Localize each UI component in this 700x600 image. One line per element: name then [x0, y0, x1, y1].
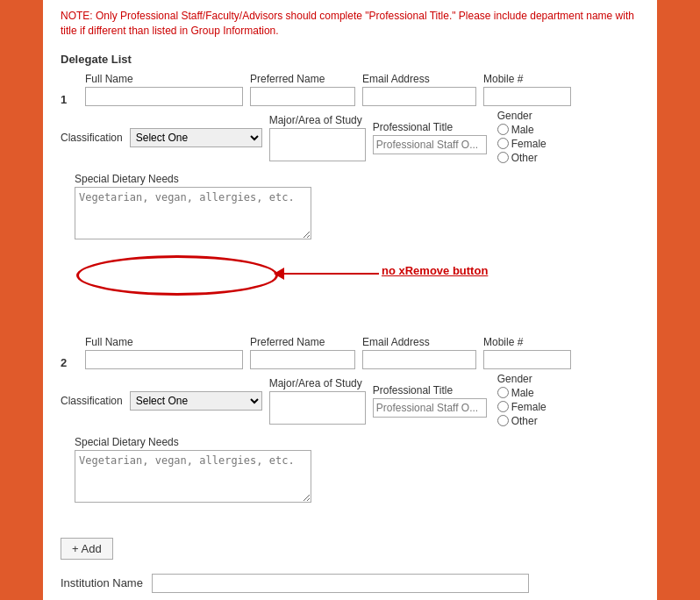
gender-female-radio-2[interactable] — [497, 401, 509, 412]
red-oval — [76, 255, 278, 296]
major-input-1[interactable] — [269, 128, 366, 161]
prof-title-group-1: Professional Title — [373, 121, 487, 154]
institution-label: Institution Name — [61, 576, 143, 589]
gender-male-option-1: Male — [497, 124, 546, 136]
gender-group-1: Gender Male Female Other — [497, 110, 546, 166]
gender-female-text-2: Female — [511, 401, 546, 413]
gender-male-radio-1[interactable] — [497, 124, 509, 135]
delegate-number-2: 2 — [61, 356, 75, 369]
delegate-list-label: Delegate List — [61, 53, 639, 66]
classification-select-1[interactable]: Select One Undergraduate Student Graduat… — [130, 128, 262, 147]
delegate-entry-2: 2 Full Name Preferred Name Email Address… — [61, 336, 639, 511]
major-group-1: Major/Area of Study — [269, 114, 366, 161]
gender-female-option-2: Female — [497, 401, 546, 413]
delegate-header-row-1: 1 Full Name Preferred Name Email Address… — [61, 73, 639, 106]
gender-male-text-2: Male — [511, 387, 534, 399]
full-name-label-1: Full Name — [85, 73, 243, 85]
preferred-name-input-2[interactable] — [250, 350, 355, 369]
email-group-2: Email Address — [362, 336, 476, 369]
dietary-row-1: Special Dietary Needs — [68, 173, 639, 239]
gender-group-2: Gender Male Female Other — [497, 373, 546, 429]
major-label-1: Major/Area of Study — [269, 114, 366, 126]
classification-label-2: Classification — [61, 395, 123, 407]
prof-title-input-2[interactable] — [373, 398, 487, 418]
mobile-group-1: Mobile # — [483, 73, 571, 106]
mobile-group-2: Mobile # — [483, 336, 571, 369]
delegate-number-1: 1 — [61, 93, 75, 106]
major-label-2: Major/Area of Study — [269, 377, 366, 389]
gender-other-option-1: Other — [497, 152, 546, 164]
email-input-2[interactable] — [362, 350, 476, 369]
note-text: NOTE: Only Professional Staff/Faculty/Ad… — [61, 9, 639, 39]
gender-label-2: Gender — [497, 373, 546, 385]
dietary-group-1: Special Dietary Needs — [75, 173, 311, 239]
prof-title-input-1[interactable] — [373, 135, 487, 154]
gender-other-text-2: Other — [511, 415, 538, 427]
institution-input[interactable] — [152, 574, 529, 593]
classification-label-1: Classification — [61, 132, 123, 144]
delegate-entry-1: 1 Full Name Preferred Name Email Address… — [61, 73, 639, 318]
annotation-text: no xRemove button — [382, 264, 488, 277]
prof-title-label-2: Professional Title — [373, 384, 487, 396]
email-label-2: Email Address — [362, 336, 476, 348]
dietary-textarea-1[interactable] — [75, 187, 311, 239]
mobile-label-1: Mobile # — [483, 73, 571, 85]
prof-title-group-2: Professional Title — [373, 384, 487, 418]
gender-male-text-1: Male — [511, 124, 534, 136]
gender-female-option-1: Female — [497, 138, 546, 150]
full-name-group-2: Full Name — [85, 336, 243, 369]
dietary-group-2: Special Dietary Needs — [75, 436, 311, 503]
annotation-area: no xRemove button — [68, 248, 639, 301]
institution-row: Institution Name — [61, 574, 639, 593]
preferred-name-group-1: Preferred Name — [250, 73, 355, 106]
email-input-1[interactable] — [362, 87, 476, 106]
full-name-group-1: Full Name — [85, 73, 243, 106]
email-group-1: Email Address — [362, 73, 476, 106]
full-name-label-2: Full Name — [85, 336, 243, 348]
mobile-label-2: Mobile # — [483, 336, 571, 348]
gender-other-radio-1[interactable] — [497, 152, 509, 163]
delegate-header-row-2: 2 Full Name Preferred Name Email Address… — [61, 336, 639, 369]
preferred-name-label-2: Preferred Name — [250, 336, 355, 348]
classification-select-2[interactable]: Select One Undergraduate Student Graduat… — [130, 391, 262, 411]
dietary-label-1: Special Dietary Needs — [75, 173, 311, 185]
preferred-name-group-2: Preferred Name — [250, 336, 355, 369]
major-input-2[interactable] — [269, 391, 366, 425]
classification-row-1: Classification Select One Undergraduate … — [61, 110, 639, 166]
gender-female-text-1: Female — [511, 138, 546, 150]
gender-label-1: Gender — [497, 110, 546, 122]
dietary-textarea-2[interactable] — [75, 450, 311, 503]
full-name-input-2[interactable] — [85, 350, 243, 369]
preferred-name-input-1[interactable] — [250, 87, 355, 106]
gender-female-radio-1[interactable] — [497, 138, 509, 149]
dietary-row-2: Special Dietary Needs — [68, 436, 639, 503]
gender-male-radio-2[interactable] — [497, 387, 509, 398]
preferred-name-label-1: Preferred Name — [250, 73, 355, 85]
classification-row-2: Classification Select One Undergraduate … — [61, 373, 639, 429]
gender-other-text-1: Other — [511, 152, 538, 164]
dietary-label-2: Special Dietary Needs — [75, 436, 311, 448]
full-name-input-1[interactable] — [85, 87, 243, 106]
gender-male-option-2: Male — [497, 387, 546, 399]
email-label-1: Email Address — [362, 73, 476, 85]
mobile-input-2[interactable] — [483, 350, 571, 369]
main-container: NOTE: Only Professional Staff/Faculty/Ad… — [43, 0, 657, 600]
arrow-line — [282, 273, 379, 275]
gender-other-option-2: Other — [497, 415, 546, 427]
gender-other-radio-2[interactable] — [497, 415, 509, 426]
mobile-input-1[interactable] — [483, 87, 571, 106]
major-group-2: Major/Area of Study — [269, 377, 366, 425]
add-button[interactable]: + Add — [61, 538, 113, 560]
prof-title-label-1: Professional Title — [373, 121, 487, 133]
